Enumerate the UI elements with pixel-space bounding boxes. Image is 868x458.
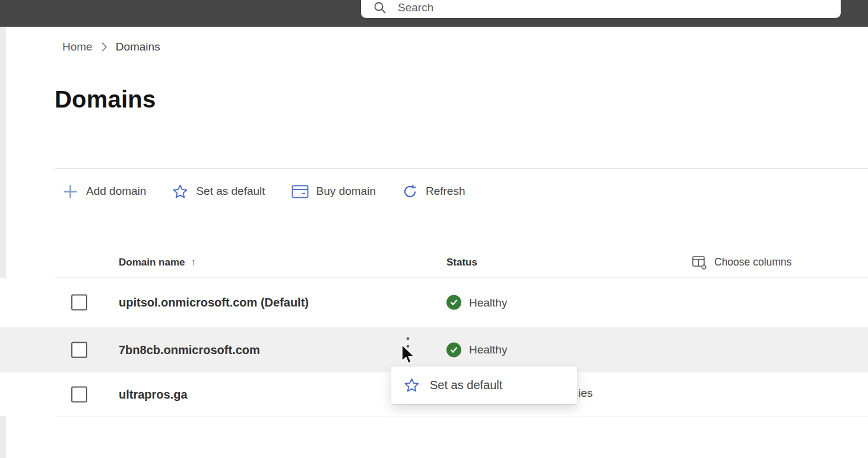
breadcrumb-current: Domains xyxy=(116,40,160,53)
domain-name-cell[interactable]: 7bn8cb.onmicrosoft.com xyxy=(119,343,260,356)
more-actions-icon[interactable] xyxy=(406,335,410,361)
table-row[interactable]: upitsol.onmicrosoft.com (Default) Health… xyxy=(0,278,868,327)
menu-item-label: Set as default xyxy=(430,378,502,392)
set-as-default-button[interactable]: Set as default xyxy=(172,184,265,200)
row-checkbox[interactable] xyxy=(71,295,87,311)
row-context-menu: Set as default xyxy=(391,367,577,404)
choose-columns-button[interactable]: Choose columns xyxy=(692,255,791,270)
row-checkbox[interactable] xyxy=(71,342,87,358)
status-label: Healthy xyxy=(469,296,507,309)
column-header-domain-name[interactable]: Domain name ↑ xyxy=(119,257,196,269)
columns-icon xyxy=(692,255,707,270)
table-row[interactable]: 7bn8cb.onmicrosoft.com Healthy xyxy=(0,327,868,372)
star-icon xyxy=(172,184,188,200)
table-bottom-divider xyxy=(56,416,868,416)
status-cell: Healthy xyxy=(446,295,507,310)
command-bar: Add domain Set as default Buy domain Ref… xyxy=(62,179,465,204)
add-domain-label: Add domain xyxy=(86,185,146,198)
search-box[interactable] xyxy=(361,0,841,18)
domain-name-cell[interactable]: upitsol.onmicrosoft.com (Default) xyxy=(119,296,309,309)
status-cell: Healthy xyxy=(446,342,507,357)
breadcrumb-home[interactable]: Home xyxy=(62,40,93,53)
breadcrumb: Home Domains xyxy=(62,40,160,53)
healthy-check-icon xyxy=(446,295,461,310)
card-icon xyxy=(292,185,309,198)
search-icon xyxy=(373,1,387,15)
plus-icon xyxy=(62,184,78,200)
set-as-default-label: Set as default xyxy=(196,185,265,198)
refresh-label: Refresh xyxy=(426,185,465,198)
domain-name-cell[interactable]: ultrapros.ga xyxy=(119,387,188,401)
row-checkbox[interactable] xyxy=(71,386,87,402)
column-header-status[interactable]: Status xyxy=(446,257,477,269)
choose-columns-label: Choose columns xyxy=(714,256,791,269)
status-text-fragment: ies xyxy=(578,387,593,400)
top-app-bar xyxy=(0,0,868,27)
status-label: Healthy xyxy=(469,343,507,356)
page-title: Domains xyxy=(55,86,156,113)
healthy-check-icon xyxy=(446,342,461,357)
refresh-button[interactable]: Refresh xyxy=(402,184,465,200)
star-icon xyxy=(404,377,420,393)
buy-domain-label: Buy domain xyxy=(316,185,376,198)
menu-item-set-as-default[interactable]: Set as default xyxy=(391,367,577,404)
column-header-status-label: Status xyxy=(446,257,477,268)
toolbar-top-divider xyxy=(55,168,868,169)
refresh-icon xyxy=(402,184,418,200)
buy-domain-button[interactable]: Buy domain xyxy=(292,185,376,198)
column-header-domain-label: Domain name xyxy=(119,257,185,269)
chevron-right-icon xyxy=(101,42,107,52)
sort-ascending-icon: ↑ xyxy=(191,257,196,269)
add-domain-button[interactable]: Add domain xyxy=(62,184,146,200)
search-input[interactable] xyxy=(397,1,812,15)
